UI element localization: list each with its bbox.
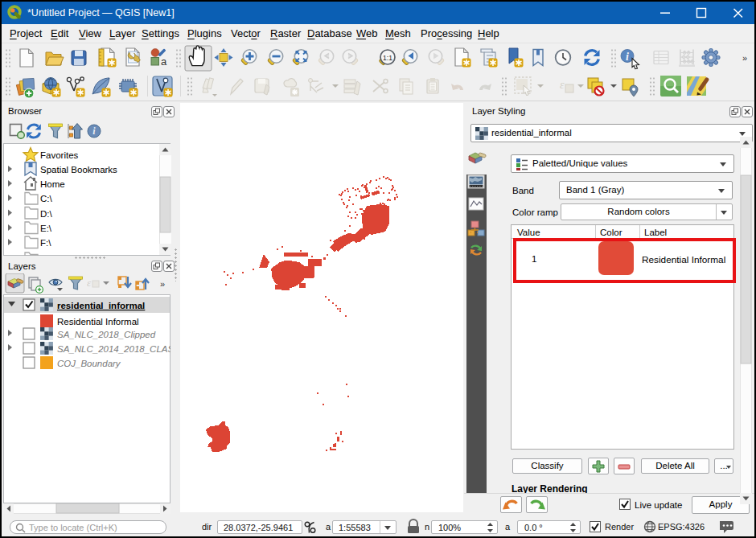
svg-text:»: »	[742, 53, 747, 63]
svg-text:D:\: D:\	[40, 209, 53, 219]
svg-text:1:1: 1:1	[383, 54, 392, 62]
svg-text:a: a	[161, 55, 167, 68]
svg-text:E:\: E:\	[40, 224, 52, 233]
svg-text:SA_NLC_2018_Clipped: SA_NLC_2018_Clipped	[57, 330, 156, 339]
svg-text:i: i	[626, 51, 629, 63]
svg-text:Home: Home	[40, 179, 65, 189]
svg-text:residential_informal: residential_informal	[57, 301, 145, 310]
svg-text:»: »	[160, 279, 165, 289]
svg-text:ε: ε	[87, 277, 92, 289]
svg-text:COJ_Boundary: COJ_Boundary	[57, 359, 121, 368]
svg-text:Spatial Bookmarks: Spatial Bookmarks	[40, 165, 117, 175]
svg-text:F:\: F:\	[40, 238, 51, 248]
svg-text:C:\: C:\	[40, 194, 53, 203]
svg-text:Residential Informal: Residential Informal	[57, 317, 139, 326]
svg-text:ε: ε	[560, 79, 565, 91]
svg-text:SA_NLC_2014_2018_CLASS: SA_NLC_2014_2018_CLASS	[57, 344, 171, 354]
svg-text:Favorites: Favorites	[40, 150, 79, 160]
